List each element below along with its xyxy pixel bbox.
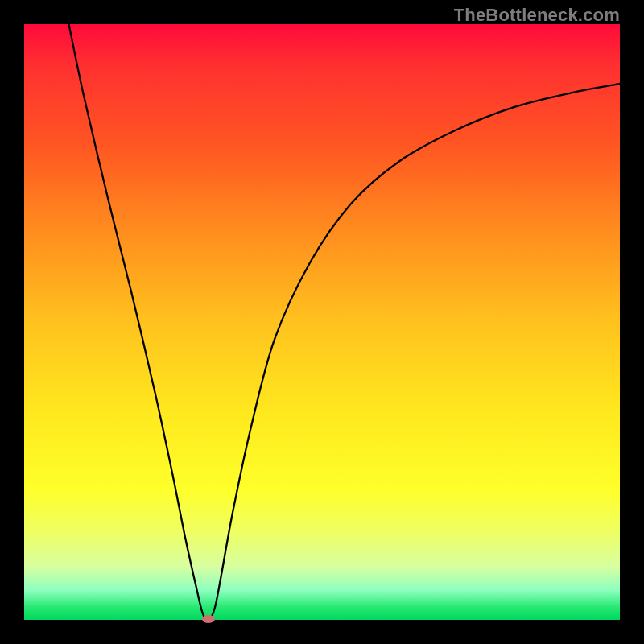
curve-layer (24, 24, 620, 620)
chart-container: TheBottleneck.com (0, 0, 644, 644)
bottleneck-curve (69, 24, 621, 620)
minimum-marker (202, 615, 215, 623)
watermark-text: TheBottleneck.com (454, 5, 620, 26)
